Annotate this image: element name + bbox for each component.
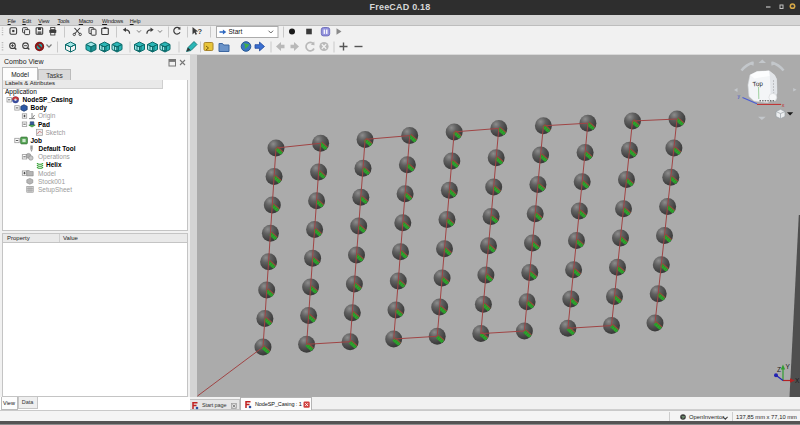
svg-text:Application: Application <box>5 88 37 96</box>
svg-text:X: X <box>795 377 800 384</box>
svg-text:?: ? <box>198 27 203 36</box>
svg-text:NodeSP_Casing: NodeSP_Casing <box>23 96 73 104</box>
svg-text:Helix: Helix <box>46 161 62 168</box>
svg-text:Stock001: Stock001 <box>38 178 65 185</box>
svg-text:Pad: Pad <box>38 121 50 128</box>
svg-text:Operations: Operations <box>38 153 71 161</box>
svg-text:Default Tool: Default Tool <box>39 145 76 152</box>
svg-text:Origin: Origin <box>38 112 56 120</box>
svg-text:Y: Y <box>786 363 791 370</box>
svg-text:SetupSheet: SetupSheet <box>38 186 72 194</box>
svg-text:Job: Job <box>31 137 43 144</box>
svg-text:x: x <box>782 102 785 108</box>
svg-text:Start: Start <box>229 28 243 35</box>
svg-text:Model: Model <box>38 170 56 177</box>
svg-text:Z: Z <box>777 366 781 373</box>
svg-text:Sketch: Sketch <box>46 129 66 136</box>
svg-text:Body: Body <box>31 104 48 112</box>
